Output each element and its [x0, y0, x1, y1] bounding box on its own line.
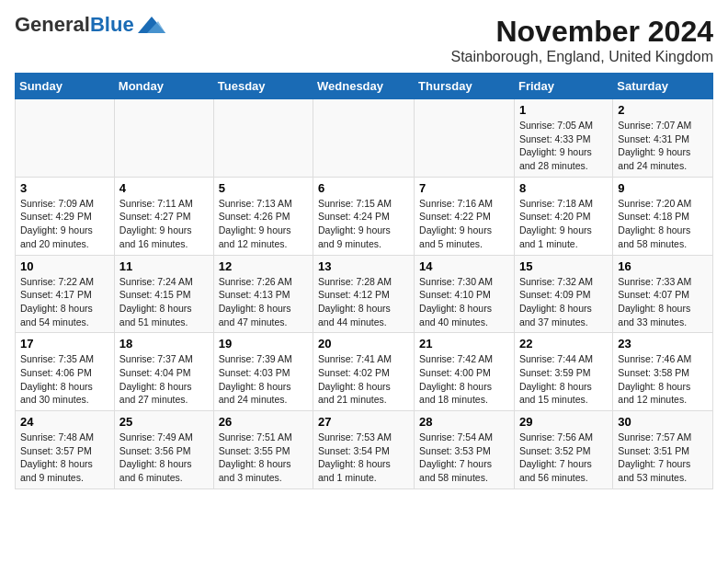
- day-number: 24: [20, 415, 109, 429]
- day-cell: 22Sunrise: 7:44 AM Sunset: 3:59 PM Dayli…: [514, 333, 612, 411]
- day-cell: [313, 99, 415, 178]
- day-cell: 21Sunrise: 7:42 AM Sunset: 4:00 PM Dayli…: [415, 333, 515, 411]
- day-info: Sunrise: 7:09 AM Sunset: 4:29 PM Dayligh…: [20, 197, 109, 251]
- day-info: Sunrise: 7:30 AM Sunset: 4:10 PM Dayligh…: [419, 275, 509, 329]
- header-wednesday: Wednesday: [313, 74, 415, 99]
- day-number: 13: [318, 259, 409, 273]
- day-cell: 4Sunrise: 7:11 AM Sunset: 4:27 PM Daylig…: [114, 177, 213, 255]
- day-cell: 14Sunrise: 7:30 AM Sunset: 4:10 PM Dayli…: [415, 255, 515, 333]
- day-info: Sunrise: 7:11 AM Sunset: 4:27 PM Dayligh…: [119, 197, 209, 251]
- day-cell: 28Sunrise: 7:54 AM Sunset: 3:53 PM Dayli…: [415, 411, 515, 489]
- day-cell: 6Sunrise: 7:15 AM Sunset: 4:24 PM Daylig…: [313, 177, 415, 255]
- logo-blue: Blue: [90, 13, 134, 36]
- logo-general: General: [15, 13, 90, 36]
- day-info: Sunrise: 7:51 AM Sunset: 3:55 PM Dayligh…: [219, 431, 308, 485]
- day-info: Sunrise: 7:41 AM Sunset: 4:02 PM Dayligh…: [318, 352, 409, 407]
- day-cell: 15Sunrise: 7:32 AM Sunset: 4:09 PM Dayli…: [514, 255, 612, 333]
- calendar-header-row: SundayMondayTuesdayWednesdayThursdayFrid…: [16, 74, 713, 99]
- day-info: Sunrise: 7:37 AM Sunset: 4:04 PM Dayligh…: [119, 352, 209, 407]
- day-cell: 5Sunrise: 7:13 AM Sunset: 4:26 PM Daylig…: [213, 177, 313, 255]
- day-cell: [213, 99, 313, 178]
- day-cell: 1Sunrise: 7:05 AM Sunset: 4:33 PM Daylig…: [514, 99, 612, 178]
- day-number: 5: [219, 181, 308, 195]
- day-number: 21: [419, 337, 509, 350]
- calendar-subtitle: Stainborough, England, United Kingdom: [450, 49, 713, 65]
- day-info: Sunrise: 7:15 AM Sunset: 4:24 PM Dayligh…: [318, 197, 409, 251]
- day-number: 18: [119, 337, 209, 350]
- day-number: 30: [618, 415, 708, 429]
- day-info: Sunrise: 7:22 AM Sunset: 4:17 PM Dayligh…: [20, 275, 109, 329]
- day-cell: 30Sunrise: 7:57 AM Sunset: 3:51 PM Dayli…: [613, 411, 713, 489]
- logo-icon: [138, 17, 165, 33]
- day-cell: 8Sunrise: 7:18 AM Sunset: 4:20 PM Daylig…: [514, 177, 612, 255]
- day-number: 14: [419, 259, 509, 273]
- day-cell: 13Sunrise: 7:28 AM Sunset: 4:12 PM Dayli…: [313, 255, 415, 333]
- week-row-5: 24Sunrise: 7:48 AM Sunset: 3:57 PM Dayli…: [16, 411, 713, 489]
- calendar-title: November 2024: [450, 15, 713, 49]
- calendar-table: SundayMondayTuesdayWednesdayThursdayFrid…: [15, 73, 713, 489]
- day-number: 9: [618, 181, 708, 195]
- day-cell: [415, 99, 515, 178]
- header-monday: Monday: [114, 74, 213, 99]
- day-number: 26: [219, 415, 308, 429]
- day-cell: 16Sunrise: 7:33 AM Sunset: 4:07 PM Dayli…: [613, 255, 713, 333]
- day-cell: 20Sunrise: 7:41 AM Sunset: 4:02 PM Dayli…: [313, 333, 415, 411]
- day-info: Sunrise: 7:46 AM Sunset: 3:58 PM Dayligh…: [618, 352, 708, 407]
- day-cell: 2Sunrise: 7:07 AM Sunset: 4:31 PM Daylig…: [613, 99, 713, 178]
- day-number: 7: [419, 181, 509, 195]
- day-number: 17: [20, 337, 109, 350]
- day-cell: [114, 99, 213, 178]
- day-number: 20: [318, 337, 409, 350]
- week-row-3: 10Sunrise: 7:22 AM Sunset: 4:17 PM Dayli…: [16, 255, 713, 333]
- week-row-4: 17Sunrise: 7:35 AM Sunset: 4:06 PM Dayli…: [16, 333, 713, 411]
- day-cell: 27Sunrise: 7:53 AM Sunset: 3:54 PM Dayli…: [313, 411, 415, 489]
- header-saturday: Saturday: [613, 74, 713, 99]
- day-number: 27: [318, 415, 409, 429]
- day-info: Sunrise: 7:57 AM Sunset: 3:51 PM Dayligh…: [618, 431, 708, 485]
- day-info: Sunrise: 7:05 AM Sunset: 4:33 PM Dayligh…: [519, 119, 608, 173]
- week-row-1: 1Sunrise: 7:05 AM Sunset: 4:33 PM Daylig…: [16, 99, 713, 178]
- header-thursday: Thursday: [415, 74, 515, 99]
- day-cell: 10Sunrise: 7:22 AM Sunset: 4:17 PM Dayli…: [16, 255, 115, 333]
- day-number: 22: [519, 337, 608, 350]
- day-cell: 19Sunrise: 7:39 AM Sunset: 4:03 PM Dayli…: [213, 333, 313, 411]
- day-info: Sunrise: 7:35 AM Sunset: 4:06 PM Dayligh…: [20, 352, 109, 407]
- header: GeneralBlue November 2024 Stainborough, …: [15, 15, 713, 65]
- day-info: Sunrise: 7:33 AM Sunset: 4:07 PM Dayligh…: [618, 275, 708, 329]
- day-cell: 12Sunrise: 7:26 AM Sunset: 4:13 PM Dayli…: [213, 255, 313, 333]
- day-number: 2: [618, 103, 708, 117]
- day-info: Sunrise: 7:48 AM Sunset: 3:57 PM Dayligh…: [20, 431, 109, 485]
- day-info: Sunrise: 7:44 AM Sunset: 3:59 PM Dayligh…: [519, 352, 608, 407]
- day-cell: 25Sunrise: 7:49 AM Sunset: 3:56 PM Dayli…: [114, 411, 213, 489]
- week-row-2: 3Sunrise: 7:09 AM Sunset: 4:29 PM Daylig…: [16, 177, 713, 255]
- day-info: Sunrise: 7:54 AM Sunset: 3:53 PM Dayligh…: [419, 431, 509, 485]
- day-number: 29: [519, 415, 608, 429]
- day-cell: 18Sunrise: 7:37 AM Sunset: 4:04 PM Dayli…: [114, 333, 213, 411]
- day-cell: 7Sunrise: 7:16 AM Sunset: 4:22 PM Daylig…: [415, 177, 515, 255]
- logo: GeneralBlue: [15, 15, 165, 35]
- header-friday: Friday: [514, 74, 612, 99]
- header-tuesday: Tuesday: [213, 74, 313, 99]
- day-number: 10: [20, 259, 109, 273]
- header-sunday: Sunday: [16, 74, 115, 99]
- day-info: Sunrise: 7:53 AM Sunset: 3:54 PM Dayligh…: [318, 431, 409, 485]
- day-info: Sunrise: 7:42 AM Sunset: 4:00 PM Dayligh…: [419, 352, 509, 407]
- day-info: Sunrise: 7:39 AM Sunset: 4:03 PM Dayligh…: [219, 352, 308, 407]
- day-info: Sunrise: 7:32 AM Sunset: 4:09 PM Dayligh…: [519, 275, 608, 329]
- day-number: 8: [519, 181, 608, 195]
- day-cell: 26Sunrise: 7:51 AM Sunset: 3:55 PM Dayli…: [213, 411, 313, 489]
- day-number: 19: [219, 337, 308, 350]
- day-number: 16: [618, 259, 708, 273]
- day-info: Sunrise: 7:20 AM Sunset: 4:18 PM Dayligh…: [618, 197, 708, 251]
- day-number: 6: [318, 181, 409, 195]
- day-number: 23: [618, 337, 708, 350]
- day-number: 4: [119, 181, 209, 195]
- day-number: 25: [119, 415, 209, 429]
- day-number: 3: [20, 181, 109, 195]
- day-info: Sunrise: 7:49 AM Sunset: 3:56 PM Dayligh…: [119, 431, 209, 485]
- day-info: Sunrise: 7:07 AM Sunset: 4:31 PM Dayligh…: [618, 119, 708, 173]
- day-cell: 29Sunrise: 7:56 AM Sunset: 3:52 PM Dayli…: [514, 411, 612, 489]
- day-cell: 3Sunrise: 7:09 AM Sunset: 4:29 PM Daylig…: [16, 177, 115, 255]
- day-cell: 17Sunrise: 7:35 AM Sunset: 4:06 PM Dayli…: [16, 333, 115, 411]
- day-number: 1: [519, 103, 608, 117]
